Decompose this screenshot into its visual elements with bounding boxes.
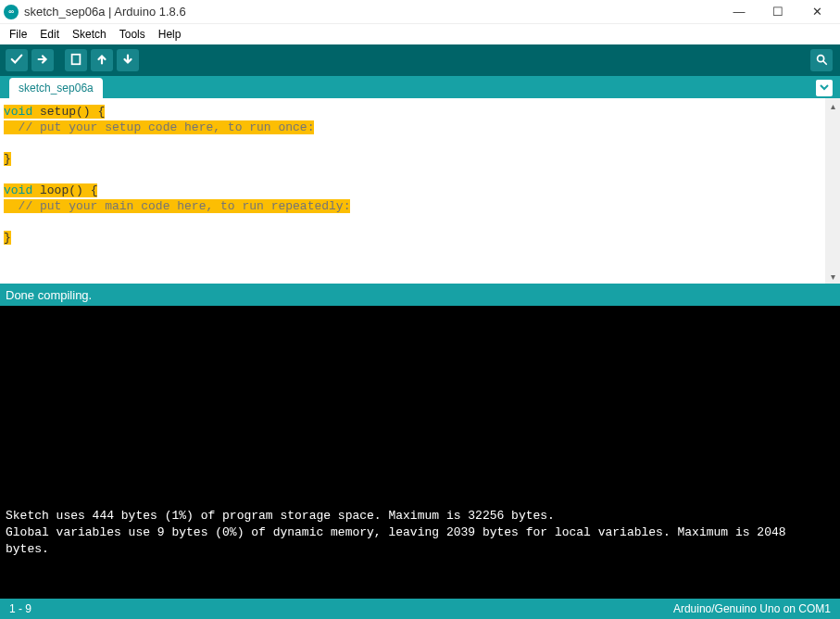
code-text: loop() { — [32, 183, 97, 197]
cursor-position: 1 - 9 — [9, 602, 31, 615]
scroll-track[interactable] — [825, 113, 840, 269]
new-button[interactable] — [65, 49, 87, 71]
maximize-button[interactable]: ☐ — [759, 2, 797, 22]
toolbar — [0, 44, 840, 76]
scroll-down-icon[interactable]: ▾ — [825, 269, 840, 284]
file-icon — [69, 53, 82, 69]
menu-edit[interactable]: Edit — [34, 26, 65, 43]
menubar: File Edit Sketch Tools Help — [0, 24, 840, 44]
magnifier-icon — [815, 53, 828, 69]
check-icon — [10, 53, 23, 69]
code-text: setup() { — [32, 105, 105, 119]
verify-button[interactable] — [6, 49, 28, 71]
menu-file[interactable]: File — [4, 26, 32, 43]
tabbar: sketch_sep06a — [0, 76, 840, 98]
console-line: Global variables use 9 bytes (0%) of dyn… — [6, 525, 793, 556]
arrow-up-icon — [95, 53, 108, 69]
tab-sketch[interactable]: sketch_sep06a — [9, 78, 103, 98]
code-text: } — [4, 152, 11, 166]
code-keyword: void — [4, 105, 32, 119]
board-info: Arduino/Genuino Uno on COM1 — [673, 602, 831, 615]
arrow-right-icon — [36, 53, 49, 69]
menu-tools[interactable]: Tools — [114, 26, 151, 43]
serial-monitor-button[interactable] — [810, 49, 833, 71]
code-keyword: void — [4, 183, 32, 197]
console-output[interactable]: Sketch uses 444 bytes (1%) of program st… — [0, 306, 840, 599]
svg-rect-0 — [72, 54, 81, 64]
upload-button[interactable] — [31, 49, 54, 71]
titlebar: ∞ sketch_sep06a | Arduino 1.8.6 — ☐ ✕ — [0, 0, 840, 24]
scroll-up-icon[interactable]: ▴ — [825, 98, 840, 113]
close-button[interactable]: ✕ — [797, 2, 836, 22]
status-message: Done compiling. — [6, 288, 92, 302]
code-editor[interactable]: void setup() { // put your setup code he… — [0, 98, 825, 284]
chevron-down-icon — [820, 82, 829, 95]
save-button[interactable] — [117, 49, 139, 71]
menu-help[interactable]: Help — [153, 26, 187, 43]
status-bar: Done compiling. — [0, 284, 840, 306]
arrow-down-icon — [121, 53, 134, 69]
code-text: } — [4, 231, 11, 245]
app-icon: ∞ — [4, 5, 19, 19]
menu-sketch[interactable]: Sketch — [67, 26, 112, 43]
open-button[interactable] — [91, 49, 113, 71]
code-comment: // put your setup code here, to run once… — [4, 120, 314, 134]
editor-area: void setup() { // put your setup code he… — [0, 98, 840, 284]
editor-scrollbar[interactable]: ▴ ▾ — [825, 98, 840, 284]
footer-bar: 1 - 9 Arduino/Genuino Uno on COM1 — [0, 599, 840, 619]
code-comment: // put your main code here, to run repea… — [4, 199, 350, 213]
console-line: Sketch uses 444 bytes (1%) of program st… — [6, 509, 555, 523]
tab-menu-dropdown[interactable] — [816, 80, 833, 96]
minimize-button[interactable]: — — [720, 2, 759, 22]
window-title: sketch_sep06a | Arduino 1.8.6 — [24, 5, 720, 19]
